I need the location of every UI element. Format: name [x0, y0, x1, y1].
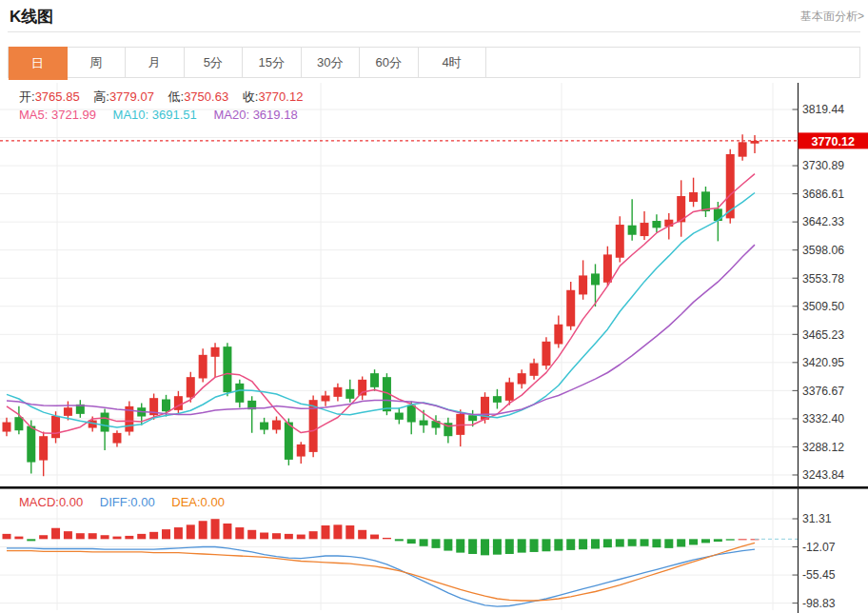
tab-day[interactable]: 日 — [9, 47, 68, 80]
tab-60min[interactable]: 60分 — [360, 48, 419, 77]
svg-text:3420.95: 3420.95 — [802, 356, 844, 369]
svg-text:3332.40: 3332.40 — [802, 412, 844, 425]
ma20-line — [7, 245, 755, 415]
svg-text:-55.45: -55.45 — [802, 568, 836, 582]
panel-separator — [0, 486, 868, 489]
tab-15min[interactable]: 15分 — [243, 48, 302, 77]
last-price-badge: 3770.12 — [799, 132, 868, 148]
svg-text:3376.67: 3376.67 — [802, 385, 844, 398]
period-tabbar: 日周月5分15分30分60分4时 — [8, 47, 860, 78]
svg-text:3553.78: 3553.78 — [802, 272, 844, 286]
macd-axis-labels: 31.31-12.07-55.45-98.83 — [793, 512, 836, 610]
svg-text:3770.12: 3770.12 — [811, 135, 855, 148]
ma-info-row: MA5: 3721.99 MA10: 3691.51 MA20: 3619.18 — [19, 108, 298, 122]
diff-value: DIFF:0.00 — [100, 495, 155, 509]
macd-gridlines — [0, 519, 799, 603]
macd-value: MACD:0.00 — [19, 495, 83, 509]
svg-text:3686.61: 3686.61 — [802, 188, 844, 201]
low-value: 3750.63 — [184, 89, 228, 104]
dea-line — [7, 543, 755, 601]
svg-text:3598.06: 3598.06 — [802, 244, 844, 257]
open-label: 开: — [19, 89, 35, 104]
ma20-value: MA20: 3619.18 — [213, 108, 297, 122]
candles-layer — [3, 134, 760, 476]
svg-text:31.31: 31.31 — [802, 512, 832, 525]
svg-text:-98.83: -98.83 — [802, 597, 836, 610]
svg-text:3288.12: 3288.12 — [802, 441, 844, 454]
close-label: 收: — [243, 89, 259, 104]
svg-text:3465.23: 3465.23 — [802, 328, 844, 342]
ma5-line — [7, 174, 755, 434]
tab-5min[interactable]: 5分 — [185, 48, 244, 77]
ohlc-info-row: 开:3765.85 高:3779.07 低:3750.63 收:3770.12 — [19, 89, 313, 106]
close-value: 3770.12 — [258, 89, 303, 104]
svg-text:-12.07: -12.07 — [802, 541, 836, 554]
price-axis-labels: 3819.443730.893686.613642.333598.063553.… — [793, 103, 845, 482]
tab-month[interactable]: 月 — [126, 48, 185, 77]
tab-week[interactable]: 周 — [68, 48, 127, 77]
svg-text:3243.84: 3243.84 — [802, 468, 844, 482]
low-label: 低: — [168, 89, 185, 104]
svg-text:3819.44: 3819.44 — [802, 103, 844, 116]
tab-4hour[interactable]: 4时 — [419, 48, 486, 77]
open-value: 3765.85 — [35, 89, 80, 104]
high-label: 高: — [93, 89, 109, 104]
diff-line — [7, 547, 755, 607]
ma5-value: MA5: 3721.99 — [19, 108, 96, 122]
ma10-value: MA10: 3691.51 — [113, 108, 197, 122]
svg-text:3509.50: 3509.50 — [802, 300, 844, 313]
dea-value: DEA:0.00 — [171, 495, 225, 509]
svg-text:3730.89: 3730.89 — [802, 159, 844, 172]
high-value: 3779.07 — [109, 89, 154, 104]
macd-info-row: MACD:0.00 DIFF:0.00 DEA:0.00 — [19, 495, 225, 509]
tab-30min[interactable]: 30分 — [302, 48, 361, 77]
svg-text:3642.33: 3642.33 — [802, 215, 844, 228]
